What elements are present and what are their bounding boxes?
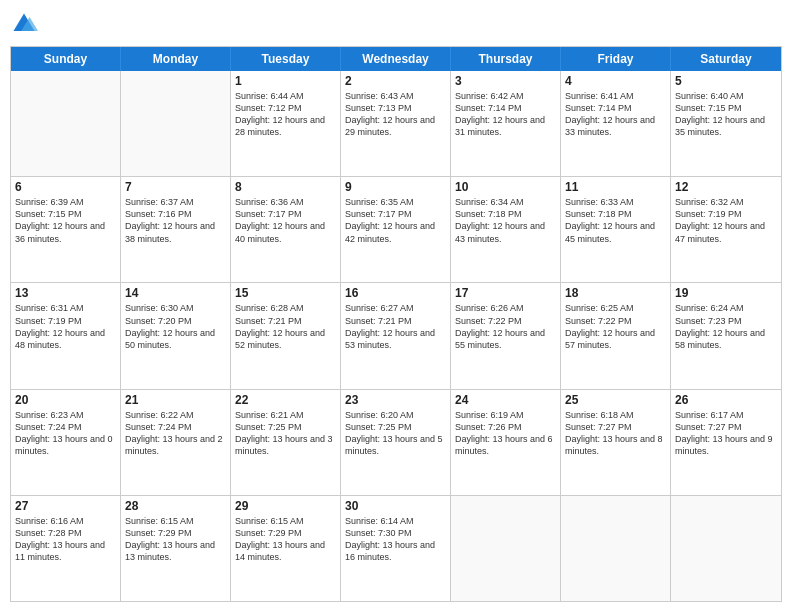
day-number-16: 16: [345, 286, 446, 300]
header-day-monday: Monday: [121, 47, 231, 71]
logo: [10, 10, 42, 38]
day-cell-20: 20Sunrise: 6:23 AM Sunset: 7:24 PM Dayli…: [11, 390, 121, 495]
day-info-21: Sunrise: 6:22 AM Sunset: 7:24 PM Dayligh…: [125, 409, 226, 458]
empty-cell-r0-c0: [11, 71, 121, 176]
day-info-3: Sunrise: 6:42 AM Sunset: 7:14 PM Dayligh…: [455, 90, 556, 139]
header-day-sunday: Sunday: [11, 47, 121, 71]
day-number-26: 26: [675, 393, 777, 407]
day-cell-29: 29Sunrise: 6:15 AM Sunset: 7:29 PM Dayli…: [231, 496, 341, 601]
day-cell-14: 14Sunrise: 6:30 AM Sunset: 7:20 PM Dayli…: [121, 283, 231, 388]
day-number-18: 18: [565, 286, 666, 300]
day-info-10: Sunrise: 6:34 AM Sunset: 7:18 PM Dayligh…: [455, 196, 556, 245]
day-info-14: Sunrise: 6:30 AM Sunset: 7:20 PM Dayligh…: [125, 302, 226, 351]
header-day-saturday: Saturday: [671, 47, 781, 71]
day-number-25: 25: [565, 393, 666, 407]
day-info-29: Sunrise: 6:15 AM Sunset: 7:29 PM Dayligh…: [235, 515, 336, 564]
day-info-16: Sunrise: 6:27 AM Sunset: 7:21 PM Dayligh…: [345, 302, 446, 351]
day-cell-15: 15Sunrise: 6:28 AM Sunset: 7:21 PM Dayli…: [231, 283, 341, 388]
empty-cell-r4-c5: [561, 496, 671, 601]
empty-cell-r4-c4: [451, 496, 561, 601]
calendar: SundayMondayTuesdayWednesdayThursdayFrid…: [10, 46, 782, 602]
day-number-7: 7: [125, 180, 226, 194]
logo-icon: [10, 10, 38, 38]
day-cell-23: 23Sunrise: 6:20 AM Sunset: 7:25 PM Dayli…: [341, 390, 451, 495]
day-info-7: Sunrise: 6:37 AM Sunset: 7:16 PM Dayligh…: [125, 196, 226, 245]
day-cell-28: 28Sunrise: 6:15 AM Sunset: 7:29 PM Dayli…: [121, 496, 231, 601]
day-info-9: Sunrise: 6:35 AM Sunset: 7:17 PM Dayligh…: [345, 196, 446, 245]
day-cell-17: 17Sunrise: 6:26 AM Sunset: 7:22 PM Dayli…: [451, 283, 561, 388]
day-cell-27: 27Sunrise: 6:16 AM Sunset: 7:28 PM Dayli…: [11, 496, 121, 601]
header: [10, 10, 782, 38]
day-cell-11: 11Sunrise: 6:33 AM Sunset: 7:18 PM Dayli…: [561, 177, 671, 282]
calendar-row-4: 20Sunrise: 6:23 AM Sunset: 7:24 PM Dayli…: [11, 390, 781, 496]
day-cell-25: 25Sunrise: 6:18 AM Sunset: 7:27 PM Dayli…: [561, 390, 671, 495]
day-number-17: 17: [455, 286, 556, 300]
calendar-row-2: 6Sunrise: 6:39 AM Sunset: 7:15 PM Daylig…: [11, 177, 781, 283]
day-cell-22: 22Sunrise: 6:21 AM Sunset: 7:25 PM Dayli…: [231, 390, 341, 495]
day-number-5: 5: [675, 74, 777, 88]
day-number-27: 27: [15, 499, 116, 513]
day-cell-6: 6Sunrise: 6:39 AM Sunset: 7:15 PM Daylig…: [11, 177, 121, 282]
day-number-14: 14: [125, 286, 226, 300]
day-info-27: Sunrise: 6:16 AM Sunset: 7:28 PM Dayligh…: [15, 515, 116, 564]
page: SundayMondayTuesdayWednesdayThursdayFrid…: [0, 0, 792, 612]
day-info-26: Sunrise: 6:17 AM Sunset: 7:27 PM Dayligh…: [675, 409, 777, 458]
day-info-15: Sunrise: 6:28 AM Sunset: 7:21 PM Dayligh…: [235, 302, 336, 351]
day-info-2: Sunrise: 6:43 AM Sunset: 7:13 PM Dayligh…: [345, 90, 446, 139]
header-day-tuesday: Tuesday: [231, 47, 341, 71]
day-cell-18: 18Sunrise: 6:25 AM Sunset: 7:22 PM Dayli…: [561, 283, 671, 388]
day-number-13: 13: [15, 286, 116, 300]
day-cell-2: 2Sunrise: 6:43 AM Sunset: 7:13 PM Daylig…: [341, 71, 451, 176]
day-info-17: Sunrise: 6:26 AM Sunset: 7:22 PM Dayligh…: [455, 302, 556, 351]
day-cell-10: 10Sunrise: 6:34 AM Sunset: 7:18 PM Dayli…: [451, 177, 561, 282]
day-number-15: 15: [235, 286, 336, 300]
day-number-3: 3: [455, 74, 556, 88]
day-info-13: Sunrise: 6:31 AM Sunset: 7:19 PM Dayligh…: [15, 302, 116, 351]
day-number-29: 29: [235, 499, 336, 513]
day-cell-26: 26Sunrise: 6:17 AM Sunset: 7:27 PM Dayli…: [671, 390, 781, 495]
day-info-22: Sunrise: 6:21 AM Sunset: 7:25 PM Dayligh…: [235, 409, 336, 458]
day-cell-13: 13Sunrise: 6:31 AM Sunset: 7:19 PM Dayli…: [11, 283, 121, 388]
day-number-22: 22: [235, 393, 336, 407]
day-info-11: Sunrise: 6:33 AM Sunset: 7:18 PM Dayligh…: [565, 196, 666, 245]
day-number-24: 24: [455, 393, 556, 407]
day-info-24: Sunrise: 6:19 AM Sunset: 7:26 PM Dayligh…: [455, 409, 556, 458]
day-info-19: Sunrise: 6:24 AM Sunset: 7:23 PM Dayligh…: [675, 302, 777, 351]
day-cell-5: 5Sunrise: 6:40 AM Sunset: 7:15 PM Daylig…: [671, 71, 781, 176]
empty-cell-r4-c6: [671, 496, 781, 601]
day-number-8: 8: [235, 180, 336, 194]
day-cell-3: 3Sunrise: 6:42 AM Sunset: 7:14 PM Daylig…: [451, 71, 561, 176]
day-number-19: 19: [675, 286, 777, 300]
day-cell-7: 7Sunrise: 6:37 AM Sunset: 7:16 PM Daylig…: [121, 177, 231, 282]
calendar-row-3: 13Sunrise: 6:31 AM Sunset: 7:19 PM Dayli…: [11, 283, 781, 389]
day-number-9: 9: [345, 180, 446, 194]
day-number-20: 20: [15, 393, 116, 407]
day-info-6: Sunrise: 6:39 AM Sunset: 7:15 PM Dayligh…: [15, 196, 116, 245]
day-cell-21: 21Sunrise: 6:22 AM Sunset: 7:24 PM Dayli…: [121, 390, 231, 495]
day-cell-8: 8Sunrise: 6:36 AM Sunset: 7:17 PM Daylig…: [231, 177, 341, 282]
empty-cell-r0-c1: [121, 71, 231, 176]
day-cell-12: 12Sunrise: 6:32 AM Sunset: 7:19 PM Dayli…: [671, 177, 781, 282]
day-info-4: Sunrise: 6:41 AM Sunset: 7:14 PM Dayligh…: [565, 90, 666, 139]
day-info-25: Sunrise: 6:18 AM Sunset: 7:27 PM Dayligh…: [565, 409, 666, 458]
day-number-1: 1: [235, 74, 336, 88]
day-cell-4: 4Sunrise: 6:41 AM Sunset: 7:14 PM Daylig…: [561, 71, 671, 176]
day-number-11: 11: [565, 180, 666, 194]
calendar-row-5: 27Sunrise: 6:16 AM Sunset: 7:28 PM Dayli…: [11, 496, 781, 601]
day-info-12: Sunrise: 6:32 AM Sunset: 7:19 PM Dayligh…: [675, 196, 777, 245]
header-day-wednesday: Wednesday: [341, 47, 451, 71]
day-number-28: 28: [125, 499, 226, 513]
day-cell-30: 30Sunrise: 6:14 AM Sunset: 7:30 PM Dayli…: [341, 496, 451, 601]
day-cell-1: 1Sunrise: 6:44 AM Sunset: 7:12 PM Daylig…: [231, 71, 341, 176]
day-info-20: Sunrise: 6:23 AM Sunset: 7:24 PM Dayligh…: [15, 409, 116, 458]
day-number-4: 4: [565, 74, 666, 88]
day-info-28: Sunrise: 6:15 AM Sunset: 7:29 PM Dayligh…: [125, 515, 226, 564]
day-number-12: 12: [675, 180, 777, 194]
calendar-body: 1Sunrise: 6:44 AM Sunset: 7:12 PM Daylig…: [11, 71, 781, 601]
day-cell-9: 9Sunrise: 6:35 AM Sunset: 7:17 PM Daylig…: [341, 177, 451, 282]
day-number-10: 10: [455, 180, 556, 194]
calendar-row-1: 1Sunrise: 6:44 AM Sunset: 7:12 PM Daylig…: [11, 71, 781, 177]
day-info-5: Sunrise: 6:40 AM Sunset: 7:15 PM Dayligh…: [675, 90, 777, 139]
day-cell-19: 19Sunrise: 6:24 AM Sunset: 7:23 PM Dayli…: [671, 283, 781, 388]
day-number-21: 21: [125, 393, 226, 407]
